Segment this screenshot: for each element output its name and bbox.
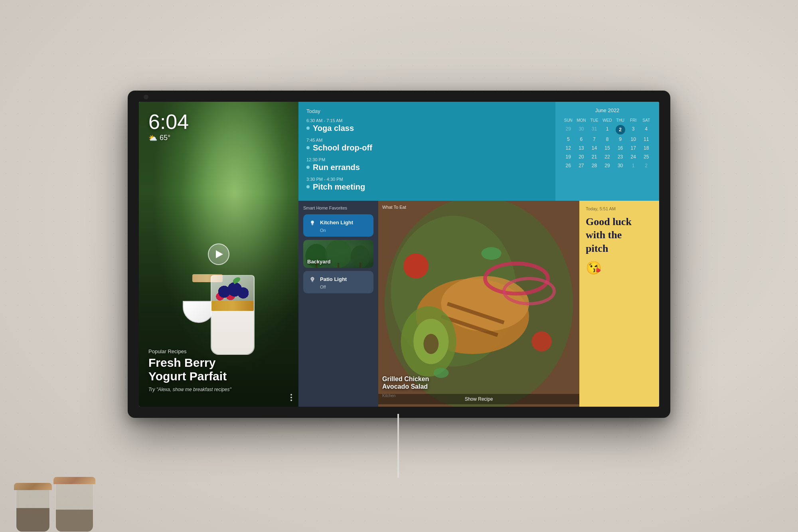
cal-header-thu: THU (614, 117, 627, 123)
kitchen-jars (0, 482, 93, 532)
patio-light-status: Off (320, 285, 369, 289)
svg-point-27 (434, 368, 449, 378)
cal-day[interactable]: 23 (614, 153, 627, 161)
cal-day[interactable]: 15 (601, 144, 614, 152)
cal-day[interactable]: 21 (588, 153, 601, 161)
cal-day[interactable]: 9 (614, 135, 627, 143)
event-name-3: Run errands (306, 163, 547, 172)
smarthome-title: Smart Home Favorites (303, 206, 373, 210)
cal-day[interactable]: 6 (575, 135, 588, 143)
svg-rect-2 (312, 225, 313, 225)
svg-rect-11 (312, 281, 313, 282)
event-time-4: 3:30 PM - 4:30 PM (306, 177, 547, 182)
cal-day[interactable]: 19 (562, 153, 575, 161)
cal-day[interactable]: 17 (627, 144, 640, 152)
cal-day-today[interactable]: 2 (616, 125, 625, 134)
cal-day[interactable]: 29 (562, 125, 575, 134)
calendar-panel: June 2022 SUN MON TUE WED THU FRI SAT (555, 102, 659, 201)
cal-day[interactable]: 16 (614, 144, 627, 152)
cal-header-fri: FRI (627, 117, 640, 123)
recipe-category: Popular Recipes (148, 348, 231, 354)
parfait-glass (207, 259, 259, 355)
svg-point-25 (531, 331, 551, 351)
cal-day[interactable]: 25 (640, 153, 653, 161)
food-background: What To Eat Grilled Chicken Avocado Sala… (378, 201, 579, 407)
cal-day[interactable]: 3 (627, 125, 640, 134)
event-time-2: 7:45 AM (306, 138, 547, 142)
what-to-eat-panel[interactable]: What To Eat Grilled Chicken Avocado Sala… (378, 201, 579, 407)
patio-device-header: Patio Light (308, 275, 369, 284)
calendar-header: SUN MON TUE WED THU FRI SAT (562, 117, 653, 123)
clock: 6:04 (148, 111, 189, 132)
cal-day[interactable]: 2 (640, 162, 653, 170)
cal-day[interactable]: 10 (627, 135, 640, 143)
cal-day[interactable]: 7 (588, 135, 601, 143)
weather-display: ⛅ 65° (148, 134, 189, 142)
cal-day[interactable]: 22 (601, 153, 614, 161)
note-timestamp: Today, 5:51 AM (586, 206, 653, 211)
jar-lid-2 (53, 477, 95, 484)
kitchen-light-name: Kitchen Light (320, 220, 353, 225)
berries (211, 280, 254, 304)
weather-icon: ⛅ (148, 134, 157, 142)
cal-day[interactable]: 8 (601, 135, 614, 143)
note-text: Good luck with the pitch (586, 215, 653, 255)
tv-screen: 6:04 ⛅ 65° Popular Recipes Fresh Berry Y… (139, 102, 659, 407)
jar-1 (16, 488, 50, 532)
cal-header-sat: SAT (640, 117, 653, 123)
tv-frame: 6:04 ⛅ 65° Popular Recipes Fresh Berry Y… (128, 91, 670, 418)
event-yoga[interactable]: 6:30 AM - 7:15 AM Yoga class (306, 118, 547, 133)
backyard-card[interactable]: Backyard (303, 240, 373, 268)
cal-day[interactable]: 18 (640, 144, 653, 152)
cal-day[interactable]: 11 (640, 135, 653, 143)
svg-point-24 (403, 253, 429, 279)
cal-week-3: 12 13 14 15 16 17 18 (562, 144, 653, 152)
event-meeting[interactable]: 3:30 PM - 4:30 PM Pitch meeting (306, 177, 547, 192)
event-name-2: School drop-off (306, 143, 547, 152)
patio-light-card[interactable]: Patio Light Off (303, 271, 373, 293)
cal-day[interactable]: 24 (627, 153, 640, 161)
kitchen-light-card[interactable]: Kitchen Light On (303, 214, 373, 237)
cal-day[interactable]: 31 (588, 125, 601, 134)
cal-day[interactable]: 28 (588, 162, 601, 170)
cal-day[interactable]: 1 (601, 125, 614, 134)
cal-day[interactable]: 12 (562, 144, 575, 152)
cal-day[interactable]: 4 (640, 125, 653, 134)
play-button[interactable] (208, 243, 229, 265)
cal-week-2: 5 6 7 8 9 10 11 (562, 135, 653, 143)
cal-day[interactable]: 14 (588, 144, 601, 152)
cal-day[interactable]: 26 (562, 162, 575, 170)
cal-day[interactable]: 5 (562, 135, 575, 143)
bottom-row: Smart Home Favorites (298, 201, 659, 407)
show-recipe-button[interactable]: Show Recipe (378, 394, 579, 404)
more-options-dots[interactable] (290, 394, 292, 401)
glass-body (211, 275, 255, 355)
cal-header-sun: SUN (562, 117, 575, 123)
cal-day[interactable]: 27 (575, 162, 588, 170)
jar-content-2 (56, 510, 93, 532)
svg-point-26 (481, 247, 501, 260)
temperature: 65° (160, 134, 170, 142)
smarthome-panel: Smart Home Favorites (298, 201, 378, 407)
svg-point-0 (311, 220, 314, 223)
cal-day[interactable]: 30 (614, 162, 627, 170)
right-panel: Today 6:30 AM - 7:15 AM Yoga class 7:45 … (298, 102, 659, 407)
patio-light-name: Patio Light (320, 276, 347, 282)
cal-day[interactable]: 13 (575, 144, 588, 152)
cal-day[interactable]: 30 (575, 125, 588, 134)
calendar-title: June 2022 (562, 107, 653, 113)
event-name-1: Yoga class (306, 124, 547, 133)
event-dot-4 (306, 185, 310, 188)
cal-week-5: 26 27 28 29 30 1 2 (562, 162, 653, 170)
svg-rect-1 (312, 223, 314, 225)
event-school[interactable]: 7:45 AM School drop-off (306, 138, 547, 152)
cal-day[interactable]: 1 (627, 162, 640, 170)
note-panel[interactable]: Today, 5:51 AM Good luck with the pitch … (579, 201, 659, 407)
echo-show-ui: 6:04 ⛅ 65° Popular Recipes Fresh Berry Y… (139, 102, 659, 407)
cal-day[interactable]: 20 (575, 153, 588, 161)
cal-header-mon: MON (575, 117, 588, 123)
alexa-hint: Try "Alexa, show me breakfast recipes" (148, 387, 231, 392)
cal-day[interactable]: 29 (601, 162, 614, 170)
event-errands[interactable]: 12:30 PM Run errands (306, 157, 547, 172)
recipe-panel[interactable]: 6:04 ⛅ 65° Popular Recipes Fresh Berry Y… (139, 102, 298, 407)
